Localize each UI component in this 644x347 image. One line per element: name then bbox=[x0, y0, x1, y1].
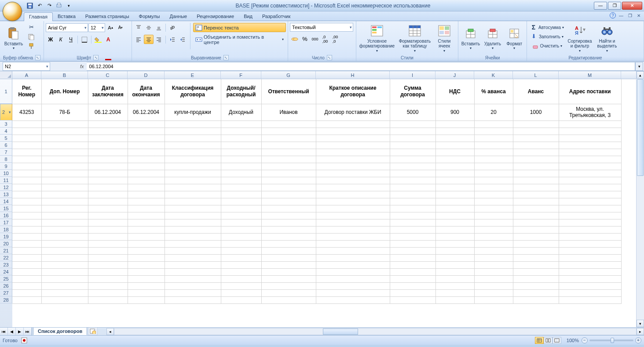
cell[interactable] bbox=[474, 184, 513, 191]
cell[interactable] bbox=[41, 219, 88, 226]
cell[interactable] bbox=[316, 149, 390, 156]
prev-sheet-icon[interactable]: ◀ bbox=[8, 328, 16, 335]
cell[interactable]: 5000 bbox=[390, 104, 435, 121]
cell[interactable] bbox=[435, 142, 474, 149]
cell[interactable] bbox=[165, 184, 221, 191]
cell[interactable] bbox=[390, 247, 435, 254]
cell[interactable] bbox=[513, 128, 559, 135]
cell[interactable] bbox=[513, 240, 559, 247]
cell[interactable] bbox=[41, 170, 88, 177]
insert-cell-button[interactable]: Вставить▾ bbox=[460, 23, 481, 54]
cell[interactable] bbox=[513, 233, 559, 240]
cell[interactable] bbox=[221, 128, 261, 135]
cell[interactable] bbox=[390, 268, 435, 275]
tab-formulas[interactable]: Формулы bbox=[134, 12, 165, 21]
cell[interactable] bbox=[261, 233, 316, 240]
cell[interactable] bbox=[390, 205, 435, 212]
cell[interactable] bbox=[559, 156, 621, 163]
cell[interactable] bbox=[88, 261, 128, 268]
cell[interactable] bbox=[390, 135, 435, 142]
cell[interactable] bbox=[435, 149, 474, 156]
cell[interactable] bbox=[165, 205, 221, 212]
row-header[interactable]: 4 bbox=[0, 128, 12, 135]
cell[interactable]: Дата окончания bbox=[128, 79, 165, 104]
row-header[interactable]: 5 bbox=[0, 135, 12, 142]
cell[interactable] bbox=[221, 226, 261, 233]
row-header[interactable]: 2 bbox=[0, 104, 12, 121]
cell[interactable] bbox=[12, 247, 41, 254]
cell[interactable] bbox=[128, 282, 165, 289]
cell[interactable] bbox=[559, 233, 621, 240]
tab-developer[interactable]: Разработчик bbox=[257, 12, 295, 21]
cell[interactable] bbox=[435, 282, 474, 289]
shrink-font-button[interactable]: A▾ bbox=[116, 23, 125, 32]
save-icon[interactable] bbox=[26, 1, 34, 10]
cell[interactable] bbox=[316, 268, 390, 275]
cell[interactable] bbox=[316, 254, 390, 261]
cell[interactable] bbox=[559, 128, 621, 135]
cell[interactable] bbox=[390, 170, 435, 177]
cell[interactable] bbox=[316, 128, 390, 135]
cell[interactable] bbox=[165, 282, 221, 289]
cell[interactable] bbox=[165, 212, 221, 219]
print-preview-icon[interactable] bbox=[55, 1, 63, 10]
cell[interactable] bbox=[261, 268, 316, 275]
cell[interactable] bbox=[88, 226, 128, 233]
cell[interactable] bbox=[128, 191, 165, 198]
cell[interactable] bbox=[316, 282, 390, 289]
cell[interactable] bbox=[41, 191, 88, 198]
column-header[interactable]: D bbox=[128, 71, 165, 79]
row-header[interactable]: 7 bbox=[0, 149, 12, 156]
cell[interactable] bbox=[12, 163, 41, 170]
column-header[interactable]: A bbox=[12, 71, 41, 79]
cell[interactable] bbox=[41, 121, 88, 128]
cell[interactable] bbox=[165, 163, 221, 170]
column-header[interactable]: G bbox=[261, 71, 316, 79]
cell[interactable] bbox=[41, 135, 88, 142]
cell[interactable] bbox=[12, 191, 41, 198]
cell[interactable] bbox=[221, 177, 261, 184]
row-header[interactable]: 3 bbox=[0, 121, 12, 128]
cell[interactable] bbox=[12, 128, 41, 135]
cell[interactable] bbox=[221, 296, 261, 303]
cell[interactable] bbox=[316, 240, 390, 247]
cell[interactable] bbox=[165, 233, 221, 240]
column-header[interactable]: H bbox=[316, 71, 390, 79]
cell[interactable] bbox=[474, 163, 513, 170]
cell[interactable] bbox=[12, 205, 41, 212]
wrap-text-button[interactable]: abcПеренос текста bbox=[193, 23, 286, 32]
cell[interactable] bbox=[165, 247, 221, 254]
cell[interactable] bbox=[435, 212, 474, 219]
cell[interactable] bbox=[261, 282, 316, 289]
cell[interactable] bbox=[12, 275, 41, 282]
select-all-button[interactable] bbox=[0, 71, 12, 79]
cell[interactable]: Москва, ул. Третьяковская, 3 bbox=[559, 104, 621, 121]
cell[interactable] bbox=[12, 212, 41, 219]
first-sheet-icon[interactable]: ⏮ bbox=[0, 328, 8, 335]
cell[interactable] bbox=[41, 177, 88, 184]
row-header[interactable]: 24 bbox=[0, 268, 12, 275]
tab-review[interactable]: Рецензирование bbox=[192, 12, 239, 21]
cell[interactable] bbox=[316, 219, 390, 226]
cell[interactable] bbox=[165, 275, 221, 282]
cell[interactable] bbox=[435, 261, 474, 268]
vertical-scrollbar[interactable]: ▴ ▾ bbox=[636, 71, 644, 327]
cell[interactable] bbox=[261, 212, 316, 219]
cell[interactable] bbox=[316, 205, 390, 212]
tab-home[interactable]: Главная bbox=[24, 12, 53, 21]
cell[interactable] bbox=[513, 177, 559, 184]
cell[interactable] bbox=[165, 128, 221, 135]
office-button[interactable] bbox=[3, 2, 22, 21]
cell[interactable] bbox=[128, 240, 165, 247]
cell[interactable] bbox=[390, 163, 435, 170]
cell[interactable] bbox=[261, 198, 316, 205]
cell[interactable] bbox=[435, 240, 474, 247]
cell[interactable] bbox=[88, 212, 128, 219]
cell[interactable] bbox=[390, 198, 435, 205]
cell[interactable] bbox=[435, 128, 474, 135]
cell[interactable] bbox=[559, 177, 621, 184]
cell[interactable] bbox=[390, 233, 435, 240]
cell[interactable] bbox=[513, 296, 559, 303]
cell[interactable] bbox=[12, 261, 41, 268]
cell[interactable]: % аванса bbox=[474, 79, 513, 104]
